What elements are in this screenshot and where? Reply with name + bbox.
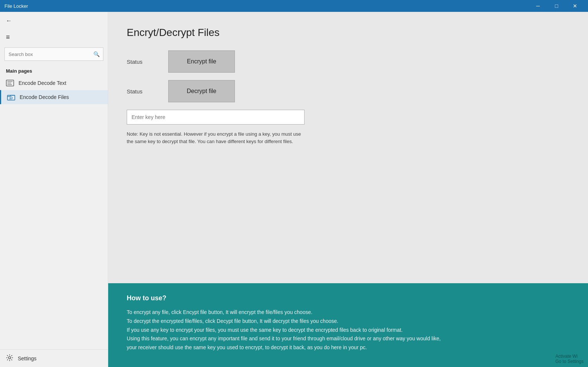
how-to-use-section: How to use? To encrypt any file, click E… [108,283,588,367]
hamburger-icon: ≡ [6,33,10,41]
settings-button[interactable]: Settings [0,349,108,367]
main-pages-label: Main pages [0,64,108,76]
key-input[interactable] [127,110,305,125]
titlebar-title: File Locker [4,3,28,9]
decrypt-row: Status Decrypt file [127,80,569,102]
how-to-title: How to use? [127,294,569,302]
sidebar: ← ≡ 🔍 Main pages Encode Decode Text [0,12,108,367]
sidebar-item-label-encode-text: Encode Decode Text [19,80,66,86]
main-content: Encryt/Decrypt Files Status Encrypt file… [108,12,588,367]
how-to-line-4: Using this feature, you can encrypt any … [127,334,569,343]
close-button[interactable]: ✕ [567,0,584,12]
note-text: Note: Key is not essential. However if y… [127,130,308,145]
encrypt-file-button[interactable]: Encrypt file [168,50,235,73]
decrypt-status-label: Status [127,88,156,95]
minimize-button[interactable]: ─ [529,0,547,12]
how-to-line-3: If you use any key to encrypt your files… [127,326,569,335]
titlebar: File Locker ─ □ ✕ [0,0,588,12]
titlebar-controls: ─ □ ✕ [529,0,584,12]
encode-text-icon [6,80,14,86]
maximize-button[interactable]: □ [548,0,565,12]
encrypt-status-label: Status [127,59,156,65]
sidebar-item-encode-decode-files[interactable]: Encode Decode Files [0,90,108,104]
settings-icon [6,354,13,363]
app-title: File Locker [4,3,28,9]
how-to-line-2: To decrypt the encrypted file/files, cli… [127,317,569,326]
content-area: Encryt/Decrypt Files Status Encrypt file… [108,12,588,283]
how-to-line-1: To encrypt any file, click Encypt file b… [127,308,569,317]
decrypt-file-button[interactable]: Decrypt file [168,80,235,102]
sidebar-item-encode-decode-text[interactable]: Encode Decode Text [0,76,108,90]
search-container: 🔍 [0,44,108,64]
svg-line-6 [10,99,10,99]
hamburger-button[interactable]: ≡ [0,30,108,44]
sidebar-item-label-encode-files: Encode Decode Files [20,94,69,100]
encrypt-row: Status Encrypt file [127,50,569,73]
how-to-text: To encrypt any file, click Encypt file b… [127,308,569,352]
app-body: ← ≡ 🔍 Main pages Encode Decode Text [0,12,588,367]
page-title: Encryt/Decrypt Files [127,27,569,39]
back-button[interactable]: ← [0,12,108,30]
encode-files-icon [7,94,15,100]
svg-point-7 [9,357,11,359]
search-input[interactable] [4,47,103,61]
settings-label: Settings [18,356,37,361]
how-to-line-5: your receiver should use the same key yo… [127,343,569,352]
svg-rect-4 [7,95,15,100]
back-icon: ← [6,17,12,24]
